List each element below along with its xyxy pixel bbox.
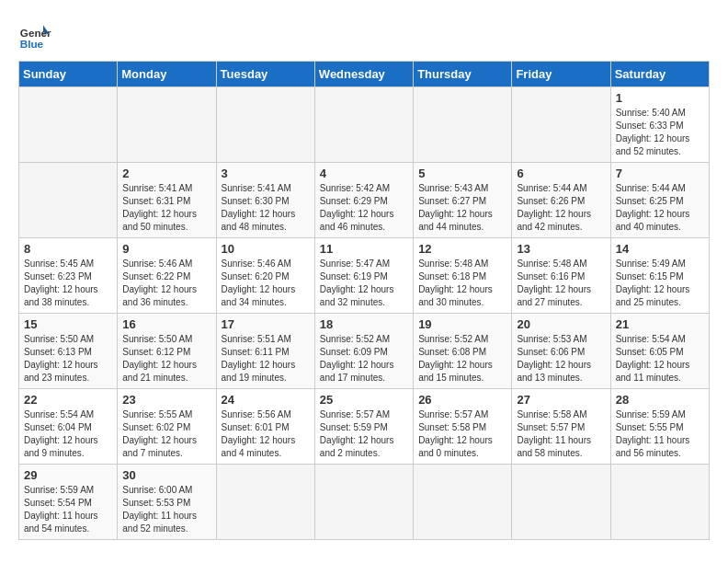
calendar-day-16: 16 Sunrise: 5:50 AMSunset: 6:12 PMDaylig… xyxy=(118,314,216,389)
week-4: 15 Sunrise: 5:50 AMSunset: 6:13 PMDaylig… xyxy=(19,314,710,389)
calendar-day-23: 23 Sunrise: 5:55 AMSunset: 6:02 PMDaylig… xyxy=(118,389,216,465)
empty-cell xyxy=(314,465,413,540)
calendar-day-21: 21 Sunrise: 5:54 AMSunset: 6:05 PMDaylig… xyxy=(610,314,709,389)
day-header-wednesday: Wednesday xyxy=(314,62,413,87)
empty-cell xyxy=(512,87,610,163)
week-1: 1 Sunrise: 5:40 AMSunset: 6:33 PMDayligh… xyxy=(19,87,710,163)
day-header-sunday: Sunday xyxy=(19,62,118,87)
empty-cell xyxy=(512,465,610,540)
empty-cell xyxy=(19,163,118,238)
empty-cell xyxy=(216,87,314,163)
empty-cell xyxy=(414,87,512,163)
calendar-day-9: 9 Sunrise: 5:46 AMSunset: 6:22 PMDayligh… xyxy=(118,238,216,314)
calendar-day-20: 20 Sunrise: 5:53 AMSunset: 6:06 PMDaylig… xyxy=(512,314,610,389)
week-6: 29 Sunrise: 5:59 AMSunset: 5:54 PMDaylig… xyxy=(19,465,710,540)
calendar-day-1: 1 Sunrise: 5:40 AMSunset: 6:33 PMDayligh… xyxy=(610,87,709,163)
empty-cell xyxy=(414,465,512,540)
empty-cell xyxy=(118,87,216,163)
calendar-day-7: 7 Sunrise: 5:44 AMSunset: 6:25 PMDayligh… xyxy=(610,163,709,238)
svg-text:Blue: Blue xyxy=(20,38,44,50)
calendar-day-8: 8 Sunrise: 5:45 AMSunset: 6:23 PMDayligh… xyxy=(19,238,118,314)
day-header-thursday: Thursday xyxy=(414,62,512,87)
calendar-header-row: SundayMondayTuesdayWednesdayThursdayFrid… xyxy=(19,62,710,87)
logo: General Blue xyxy=(18,18,51,52)
header: General Blue xyxy=(18,18,710,52)
calendar-day-13: 13 Sunrise: 5:48 AMSunset: 6:16 PMDaylig… xyxy=(512,238,610,314)
day-header-monday: Monday xyxy=(118,62,216,87)
day-header-friday: Friday xyxy=(512,62,610,87)
calendar-day-22: 22 Sunrise: 5:54 AMSunset: 6:04 PMDaylig… xyxy=(19,389,118,465)
empty-cell xyxy=(314,87,413,163)
week-5: 22 Sunrise: 5:54 AMSunset: 6:04 PMDaylig… xyxy=(19,389,710,465)
calendar-day-28: 28 Sunrise: 5:59 AMSunset: 5:55 PMDaylig… xyxy=(610,389,709,465)
calendar-day-29: 29 Sunrise: 5:59 AMSunset: 5:54 PMDaylig… xyxy=(19,465,118,540)
calendar-table: SundayMondayTuesdayWednesdayThursdayFrid… xyxy=(18,61,710,540)
day-header-tuesday: Tuesday xyxy=(216,62,314,87)
calendar-body: 1 Sunrise: 5:40 AMSunset: 6:33 PMDayligh… xyxy=(19,87,710,540)
logo-icon: General Blue xyxy=(18,18,51,52)
calendar-day-19: 19 Sunrise: 5:52 AMSunset: 6:08 PMDaylig… xyxy=(414,314,512,389)
calendar-day-11: 11 Sunrise: 5:47 AMSunset: 6:19 PMDaylig… xyxy=(314,238,413,314)
empty-cell xyxy=(610,465,709,540)
calendar-day-25: 25 Sunrise: 5:57 AMSunset: 5:59 PMDaylig… xyxy=(314,389,413,465)
day-header-saturday: Saturday xyxy=(610,62,709,87)
calendar-day-4: 4 Sunrise: 5:42 AMSunset: 6:29 PMDayligh… xyxy=(314,163,413,238)
calendar-day-15: 15 Sunrise: 5:50 AMSunset: 6:13 PMDaylig… xyxy=(19,314,118,389)
calendar-day-10: 10 Sunrise: 5:46 AMSunset: 6:20 PMDaylig… xyxy=(216,238,314,314)
calendar-day-17: 17 Sunrise: 5:51 AMSunset: 6:11 PMDaylig… xyxy=(216,314,314,389)
calendar-day-2: 2 Sunrise: 5:41 AMSunset: 6:31 PMDayligh… xyxy=(118,163,216,238)
week-3: 8 Sunrise: 5:45 AMSunset: 6:23 PMDayligh… xyxy=(19,238,710,314)
calendar-day-27: 27 Sunrise: 5:58 AMSunset: 5:57 PMDaylig… xyxy=(512,389,610,465)
empty-cell xyxy=(19,87,118,163)
calendar-day-30: 30 Sunrise: 6:00 AMSunset: 5:53 PMDaylig… xyxy=(118,465,216,540)
calendar-day-3: 3 Sunrise: 5:41 AMSunset: 6:30 PMDayligh… xyxy=(216,163,314,238)
calendar-day-12: 12 Sunrise: 5:48 AMSunset: 6:18 PMDaylig… xyxy=(414,238,512,314)
calendar-day-26: 26 Sunrise: 5:57 AMSunset: 5:58 PMDaylig… xyxy=(414,389,512,465)
empty-cell xyxy=(216,465,314,540)
week-2: 2 Sunrise: 5:41 AMSunset: 6:31 PMDayligh… xyxy=(19,163,710,238)
calendar-day-14: 14 Sunrise: 5:49 AMSunset: 6:15 PMDaylig… xyxy=(610,238,709,314)
calendar-day-18: 18 Sunrise: 5:52 AMSunset: 6:09 PMDaylig… xyxy=(314,314,413,389)
calendar-day-6: 6 Sunrise: 5:44 AMSunset: 6:26 PMDayligh… xyxy=(512,163,610,238)
calendar-day-5: 5 Sunrise: 5:43 AMSunset: 6:27 PMDayligh… xyxy=(414,163,512,238)
calendar-day-24: 24 Sunrise: 5:56 AMSunset: 6:01 PMDaylig… xyxy=(216,389,314,465)
